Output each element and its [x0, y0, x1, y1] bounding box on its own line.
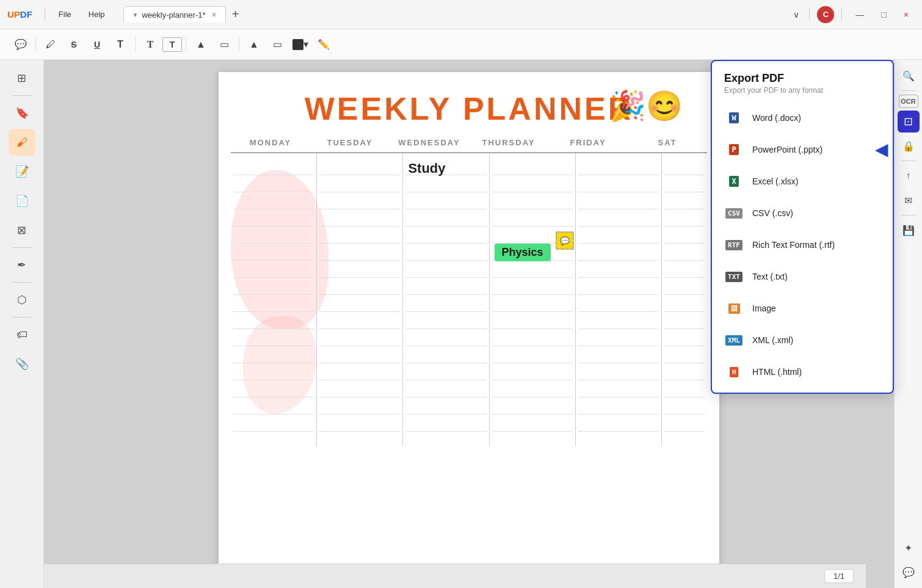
- excel-export-item[interactable]: X Excel (.xlsx): [712, 165, 893, 197]
- friday-col: [576, 153, 662, 446]
- new-tab-button[interactable]: +: [227, 7, 244, 21]
- share-sidebar-button[interactable]: ↑: [898, 165, 920, 187]
- right-sep-3: [901, 215, 916, 216]
- shape-tool-button[interactable]: ▲: [243, 34, 265, 56]
- sidebar-comment-icon[interactable]: 📝: [9, 158, 35, 185]
- image-insert-button[interactable]: ▭: [213, 34, 235, 56]
- powerpoint-export-label: PowerPoint (.pptx): [752, 145, 822, 154]
- ai-sidebar-button[interactable]: ✦: [898, 537, 920, 559]
- underline-tool-button[interactable]: U: [86, 34, 108, 56]
- sidebar-tag-icon[interactable]: 🏷: [9, 321, 35, 348]
- app-logo: UPDF: [7, 9, 32, 20]
- color-tool-button[interactable]: ▾: [289, 34, 311, 56]
- image-export-item[interactable]: 🖼 Image: [712, 292, 893, 324]
- csv-export-label: CSV (.csv): [752, 208, 793, 218]
- planner-title: WEEKLY PLANNER: [305, 91, 634, 126]
- word-export-icon: W: [724, 108, 744, 128]
- day-monday: MONDAY: [231, 133, 310, 152]
- page-number-badge: 1/1: [824, 569, 854, 583]
- help-menu[interactable]: Help: [82, 7, 111, 21]
- export-options-list: W Word (.docx) P PowerPoint (.pptx) X Ex…: [712, 97, 893, 393]
- sidebar-bookmark-icon[interactable]: 🔖: [9, 100, 35, 126]
- sidebar-attach-icon[interactable]: 📎: [9, 350, 35, 377]
- comment-tool-button[interactable]: 💬: [10, 34, 32, 56]
- toolbar-sep-1: [35, 37, 36, 52]
- title-sep-1: [45, 9, 45, 21]
- xml-export-icon: XML: [724, 330, 744, 350]
- ocr-sidebar-button[interactable]: OCR: [899, 95, 918, 108]
- excel-export-label: Excel (.xlsx): [752, 176, 798, 186]
- highlight-tool-button[interactable]: 🖊: [40, 34, 62, 56]
- right-sep-1: [901, 90, 916, 91]
- dropdown-button[interactable]: ∨: [791, 7, 802, 22]
- protect-sidebar-button[interactable]: 🔒: [898, 135, 920, 157]
- text-tool-button[interactable]: T: [109, 34, 131, 56]
- toolbar-sep-2: [135, 37, 136, 52]
- planner-emoji: 🎉😊: [609, 89, 683, 123]
- close-button[interactable]: ×: [898, 7, 915, 22]
- day-saturday: SAT: [628, 133, 707, 152]
- sidebar-thumbnail-icon[interactable]: ⊞: [9, 65, 35, 92]
- pen-tool-button[interactable]: ✏️: [313, 34, 335, 56]
- tuesday-col: [317, 153, 403, 446]
- tab-title: weekly-planner-1*: [142, 10, 205, 20]
- minimize-button[interactable]: —: [849, 7, 870, 22]
- image-export-icon: 🖼: [724, 299, 744, 318]
- text-export-item[interactable]: TXT Text (.txt): [712, 261, 893, 292]
- email-sidebar-button[interactable]: ✉: [898, 189, 920, 211]
- right-sidebar: 🔍 OCR ⊡ 🔒 ↑ ✉ 💾 ✦ 💬 Export PDF Export yo…: [894, 60, 922, 588]
- day-wednesday: WEDNESDAY: [390, 133, 469, 152]
- avatar[interactable]: C: [817, 6, 834, 23]
- textbox-tool-button[interactable]: T: [162, 37, 182, 52]
- monday-col: [231, 153, 317, 446]
- day-headers: MONDAY TUESDAY WEDNESDAY THURSDAY FRIDAY…: [231, 133, 707, 153]
- maximize-button[interactable]: □: [875, 7, 892, 22]
- text2-tool-button[interactable]: T: [139, 34, 161, 56]
- rtf-export-item[interactable]: RTF Rich Text Format (.rtf): [712, 229, 893, 261]
- pdf-page: WEEKLY PLANNER 🎉😊 MONDAY TUESDAY WEDNESD…: [219, 72, 719, 588]
- excel-export-icon: X: [724, 172, 744, 191]
- xml-export-item[interactable]: XML XML (.xml): [712, 324, 893, 356]
- tab-close-button[interactable]: ×: [212, 10, 217, 20]
- tab-bar: ▼ weekly-planner-1* × +: [123, 6, 244, 23]
- html-export-item[interactable]: H HTML (.html): [712, 356, 893, 388]
- wednesday-col: Study: [403, 153, 489, 446]
- sidebar-sep-1: [12, 95, 32, 96]
- shape2-tool-button[interactable]: ▭: [266, 34, 288, 56]
- thursday-col: Physics 💬: [490, 153, 576, 446]
- sidebar-form-icon[interactable]: ⊠: [9, 217, 35, 244]
- file-menu[interactable]: File: [53, 7, 78, 21]
- word-export-item[interactable]: W Word (.docx): [712, 102, 893, 134]
- day-rows: Study Physics 💬: [231, 153, 707, 446]
- sticky-note-icon[interactable]: 💬: [556, 231, 574, 250]
- powerpoint-export-item[interactable]: P PowerPoint (.pptx): [712, 134, 893, 165]
- sidebar-sign-icon[interactable]: ✒: [9, 252, 35, 278]
- csv-export-item[interactable]: CSV CSV (.csv): [712, 197, 893, 229]
- rtf-export-label: Rich Text Format (.rtf): [752, 240, 835, 250]
- chat-sidebar-button[interactable]: 💬: [898, 561, 920, 583]
- sidebar-layers-icon[interactable]: ⬡: [9, 286, 35, 313]
- main-area: ⊞ 🔖 🖌 📝 📄 ⊠ ✒ ⬡ 🏷 📎 WEEKLY PLANNER 🎉😊: [0, 60, 922, 588]
- planner-grid: MONDAY TUESDAY WEDNESDAY THURSDAY FRIDAY…: [219, 133, 719, 446]
- export-sidebar-button[interactable]: ⊡: [898, 111, 920, 132]
- toolbar: 💬 🖊 S U T T T ▲ ▭ ▲ ▭ ▾ ✏️: [0, 29, 922, 60]
- export-panel-subtitle: Export your PDF to any format: [724, 86, 880, 95]
- saturday-col: [662, 153, 707, 446]
- export-panel: Export PDF Export your PDF to any format…: [711, 60, 894, 394]
- stamp-tool-button[interactable]: ▲: [190, 34, 212, 56]
- search-sidebar-button[interactable]: 🔍: [898, 65, 920, 87]
- export-panel-title: Export PDF: [724, 72, 880, 85]
- html-export-icon: H: [724, 362, 744, 382]
- active-tab[interactable]: ▼ weekly-planner-1* ×: [123, 6, 226, 23]
- powerpoint-export-icon: P: [724, 140, 744, 159]
- sidebar-highlight-icon[interactable]: 🖌: [9, 129, 35, 156]
- image-export-label: Image: [752, 303, 776, 313]
- left-sidebar: ⊞ 🔖 🖌 📝 📄 ⊠ ✒ ⬡ 🏷 📎: [0, 60, 44, 588]
- title-bar: UPDF File Help ▼ weekly-planner-1* × + ∨…: [0, 0, 922, 29]
- save-sidebar-button[interactable]: 💾: [898, 219, 920, 241]
- word-export-label: Word (.docx): [752, 113, 801, 123]
- arrow-indicator-icon: ◀: [875, 139, 888, 159]
- sidebar-page-icon[interactable]: 📄: [9, 187, 35, 214]
- rtf-export-icon: RTF: [724, 235, 744, 255]
- strikethrough-tool-button[interactable]: S: [63, 34, 85, 56]
